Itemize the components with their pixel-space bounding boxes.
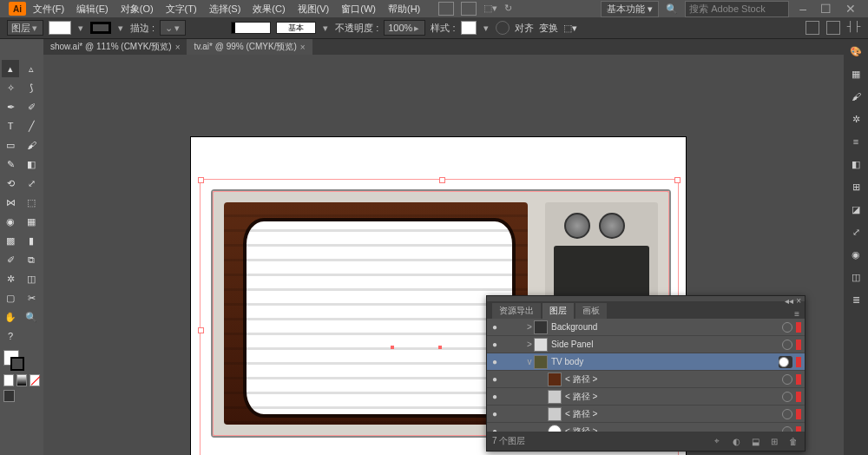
tab-asset-export[interactable]: 资源导出 <box>492 303 541 319</box>
gradient-tool[interactable]: ▮ <box>23 232 40 249</box>
visibility-toggle[interactable]: ● <box>487 340 503 349</box>
menu-effect[interactable]: 效果(C) <box>247 3 290 16</box>
symbols-panel-icon[interactable]: ✲ <box>849 112 863 126</box>
isolate-icon[interactable]: ⬚▾ <box>563 23 577 34</box>
hand-tool[interactable]: ✋ <box>2 308 19 326</box>
bridge-icon[interactable] <box>438 2 454 16</box>
eyedropper-tool[interactable]: ✐ <box>2 251 19 268</box>
transform-panel-icon[interactable]: ⤢ <box>849 225 863 239</box>
opacity-input[interactable]: 100%▸ <box>384 20 425 36</box>
panel-menu-icon[interactable]: ≡ <box>794 309 805 319</box>
layers-panel-icon[interactable]: ≣ <box>849 293 863 307</box>
zoom-tool[interactable]: 🔍 <box>23 308 40 326</box>
brushes-panel-icon[interactable]: 🖌 <box>849 89 863 103</box>
brush-def[interactable]: 基本 <box>276 22 316 34</box>
scale-tool[interactable]: ⤢ <box>23 175 40 192</box>
menu-window[interactable]: 窗口(W) <box>336 3 381 16</box>
pen-tool[interactable]: ✒ <box>2 98 19 115</box>
none-mode[interactable] <box>30 374 40 386</box>
close-icon[interactable]: × <box>300 43 306 52</box>
selection-tool[interactable]: ▴ <box>2 60 19 77</box>
free-transform-tool[interactable]: ⬚ <box>23 194 40 211</box>
workspace-switcher[interactable]: 基本功能 ▾ <box>601 1 659 17</box>
setup-icon[interactable] <box>806 21 819 35</box>
graphic-style[interactable] <box>461 21 477 35</box>
prefs-icon[interactable] <box>826 21 840 35</box>
lasso-tool[interactable]: ⟆ <box>23 79 40 96</box>
tab-tv[interactable]: tv.ai* @ 99% (CMYK/预览)× <box>187 39 312 55</box>
disclosure-icon[interactable]: > <box>525 340 534 349</box>
tab-show[interactable]: show.ai* @ 111% (CMYK/预览)× <box>43 39 187 55</box>
stroke-swatch[interactable] <box>90 22 111 34</box>
search-input[interactable]: 搜索 Adobe Stock <box>685 1 789 17</box>
fill-swatch[interactable] <box>49 21 71 35</box>
styles-panel-icon[interactable]: ◫ <box>849 270 863 284</box>
window-max[interactable]: ☐ <box>817 2 835 16</box>
gradient-panel-icon[interactable]: ◧ <box>849 157 863 171</box>
type-tool[interactable]: T <box>2 117 19 135</box>
swatches-panel-icon[interactable]: ▦ <box>849 67 863 81</box>
transform-link[interactable]: 变换 <box>539 22 558 35</box>
collapse-icon[interactable]: ◂◂ <box>785 296 793 301</box>
appearance-panel-icon[interactable]: ◉ <box>849 247 863 261</box>
menu-view[interactable]: 视图(V) <box>293 3 335 16</box>
make-mask-icon[interactable]: ◐ <box>730 435 742 447</box>
blend-tool[interactable]: ⧉ <box>23 251 40 268</box>
layer-name[interactable]: < 路径 > <box>565 408 782 420</box>
layer-name[interactable]: Background <box>551 322 782 332</box>
stroke-panel-icon[interactable]: ≡ <box>849 135 863 148</box>
delete-layer-icon[interactable]: 🗑 <box>787 435 799 447</box>
selection-type[interactable]: 图层▾ <box>7 20 43 36</box>
recolor-icon[interactable] <box>496 21 510 35</box>
line-tool[interactable]: ╱ <box>23 117 40 135</box>
window-close[interactable]: ✕ <box>842 2 859 16</box>
brush-tool[interactable]: 🖌 <box>23 136 40 154</box>
gradient-mode[interactable] <box>16 374 27 386</box>
perspective-tool[interactable]: ▦ <box>23 213 40 230</box>
screen-mode[interactable] <box>3 390 15 402</box>
direct-select-tool[interactable]: ▵ <box>23 60 40 77</box>
menu-file[interactable]: 文件(F) <box>28 3 69 16</box>
tab-artboards[interactable]: 画板 <box>575 303 607 319</box>
layer-name[interactable]: TV body <box>551 357 779 366</box>
pathfinder-panel-icon[interactable]: ◪ <box>849 202 863 216</box>
rotate-tool[interactable]: ⟲ <box>2 175 19 192</box>
align-link[interactable]: 对齐 <box>515 22 534 35</box>
layer-name[interactable]: Side Panel <box>551 340 782 349</box>
visibility-toggle[interactable]: ● <box>487 374 503 384</box>
color-panel-icon[interactable]: 🎨 <box>849 44 863 58</box>
layer-row[interactable]: ●>Background <box>487 319 805 336</box>
graph-tool[interactable]: ◫ <box>23 270 40 287</box>
visibility-toggle[interactable]: ● <box>487 426 503 432</box>
stroke-weight[interactable]: ⌄▾ <box>160 20 186 36</box>
fill-stroke-proxy[interactable] <box>3 350 24 371</box>
layers-panel[interactable]: ◂◂ × 资源导出 图层 画板 ≡ ●>Background●>Side Pan… <box>486 295 806 452</box>
layer-row[interactable]: ●< 路径 > <box>487 371 805 388</box>
menu-help[interactable]: 帮助(H) <box>383 3 425 16</box>
locate-layer-icon[interactable]: ⌖ <box>711 435 723 447</box>
stock-icon[interactable] <box>461 2 477 16</box>
color-mode[interactable] <box>3 374 14 386</box>
symbol-spray-tool[interactable]: ✲ <box>2 270 19 287</box>
layer-name[interactable]: < 路径 > <box>565 391 782 403</box>
slice-tool[interactable]: ✂ <box>23 289 40 307</box>
visibility-toggle[interactable]: ● <box>487 392 503 401</box>
layer-row[interactable]: ●< 路径 > <box>487 388 805 406</box>
eraser-tool[interactable]: ◧ <box>23 155 40 173</box>
artboard-tool[interactable]: ▢ <box>2 289 19 307</box>
width-tool[interactable]: ⋈ <box>2 194 19 211</box>
menu-object[interactable]: 对象(O) <box>115 3 159 16</box>
visibility-toggle[interactable]: ● <box>487 357 503 366</box>
layer-name[interactable]: < 路径 > <box>565 373 782 386</box>
visibility-toggle[interactable]: ● <box>487 322 503 332</box>
visibility-toggle[interactable]: ● <box>487 409 503 419</box>
close-icon[interactable]: × <box>796 296 801 301</box>
disclosure-icon[interactable]: > <box>525 322 534 332</box>
mesh-tool[interactable]: ▩ <box>2 232 19 249</box>
rect-tool[interactable]: ▭ <box>2 136 19 154</box>
new-layer-icon[interactable]: ⊞ <box>768 435 780 447</box>
window-min[interactable]: – <box>796 2 810 16</box>
stroke-profile[interactable] <box>231 22 271 34</box>
disclosure-icon[interactable]: v <box>525 357 534 366</box>
layer-row[interactable]: ●vTV body <box>487 353 805 371</box>
